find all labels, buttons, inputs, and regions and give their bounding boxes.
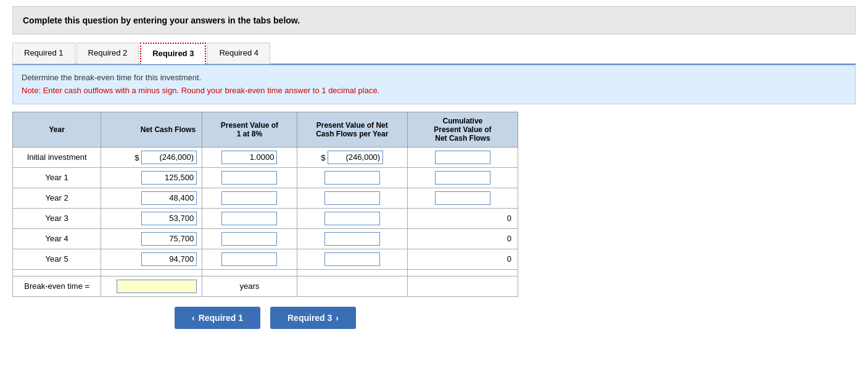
cell-pv1-3	[202, 208, 297, 228]
tab-required1[interactable]: Required 1	[12, 43, 75, 64]
input-ncf-5[interactable]	[141, 252, 197, 266]
break-even-years-cell: years	[202, 276, 297, 296]
cell-ncf-initial: $	[101, 147, 202, 167]
cell-ncf-3	[101, 208, 202, 228]
input-pvnet-5[interactable]	[324, 252, 380, 266]
button-row: ‹ Required 1 Required 3 ›	[12, 307, 518, 329]
table-row: Year 3 0	[13, 208, 518, 228]
break-even-label: Break-even time =	[13, 276, 101, 296]
cell-cumul-2	[407, 188, 518, 208]
break-even-input-cell	[101, 276, 202, 296]
cell-year-3: Year 3	[13, 208, 101, 228]
prev-button[interactable]: ‹ Required 1	[175, 307, 260, 329]
cell-cumul-4: 0	[407, 228, 518, 249]
header-pvnet: Present Value of NetCash Flows per Year	[297, 112, 407, 147]
input-pv1-4[interactable]	[221, 232, 277, 246]
cell-pvnet-4	[297, 228, 407, 249]
note-banner: Determine the break-even time for this i…	[12, 65, 856, 104]
header-ncf: Net Cash Flows	[101, 112, 202, 147]
tab-required4[interactable]: Required 4	[207, 43, 270, 64]
cell-pv1-4	[202, 228, 297, 249]
input-pvnet-4[interactable]	[324, 232, 380, 246]
input-pv1-2[interactable]	[221, 191, 277, 205]
cell-pv1-2	[202, 188, 297, 208]
prev-arrow-icon: ‹	[192, 313, 195, 323]
table-row-empty	[13, 269, 518, 276]
cell-cumul-5: 0	[407, 249, 518, 269]
cell-cumul-initial	[407, 147, 518, 167]
cell-year-initial: Initial investment	[13, 147, 101, 167]
cell-pvnet-2	[297, 188, 407, 208]
input-pv1-1[interactable]	[221, 171, 277, 185]
input-pv1-5[interactable]	[221, 252, 277, 266]
cell-ncf-4	[101, 228, 202, 249]
table-row: Year 4 0	[13, 228, 518, 249]
note-line1: Determine the break-even time for this i…	[22, 72, 846, 85]
input-cumul-initial[interactable]	[435, 151, 490, 164]
input-pv1-initial[interactable]	[221, 151, 277, 164]
table-wrapper: Year Net Cash Flows Present Value of1 at…	[12, 112, 856, 297]
header-cumul: CumulativePresent Value ofNet Cash Flows	[407, 112, 518, 147]
input-ncf-4[interactable]	[141, 232, 197, 246]
main-table: Year Net Cash Flows Present Value of1 at…	[12, 112, 518, 297]
next-arrow-icon: ›	[336, 313, 339, 323]
table-row: Initial investment $ $	[13, 147, 518, 167]
years-label: years	[239, 281, 259, 291]
prev-button-label: Required 1	[199, 313, 243, 323]
break-even-input[interactable]	[117, 280, 197, 293]
cell-pvnet-initial: $	[297, 147, 407, 167]
input-ncf-3[interactable]	[141, 212, 197, 225]
cell-pv1-5	[202, 249, 297, 269]
cell-pv1-initial	[202, 147, 297, 167]
header-year: Year	[13, 112, 101, 147]
cell-pv1-1	[202, 167, 297, 188]
cell-ncf-2	[101, 188, 202, 208]
table-row: Year 5 0	[13, 249, 518, 269]
cell-cumul-3: 0	[407, 208, 518, 228]
cell-year-2: Year 2	[13, 188, 101, 208]
input-pvnet-3[interactable]	[324, 212, 380, 225]
input-ncf-initial[interactable]	[141, 151, 197, 164]
header-pv1: Present Value of1 at 8%	[202, 112, 297, 147]
next-button[interactable]: Required 3 ›	[270, 307, 356, 329]
input-ncf-2[interactable]	[141, 191, 197, 205]
instruction-banner: Complete this question by entering your …	[12, 6, 856, 35]
cell-pvnet-5	[297, 249, 407, 269]
break-even-row: Break-even time = years	[13, 276, 518, 296]
input-pvnet-initial[interactable]	[328, 151, 383, 164]
cell-cumul-1	[407, 167, 518, 188]
note-line2: Note: Enter cash outflows with a minus s…	[22, 85, 846, 98]
table-row: Year 1	[13, 167, 518, 188]
next-button-label: Required 3	[287, 313, 332, 323]
table-row: Year 2	[13, 188, 518, 208]
cell-ncf-5	[101, 249, 202, 269]
input-pvnet-1[interactable]	[324, 171, 380, 185]
input-ncf-1[interactable]	[141, 171, 197, 185]
input-pv1-3[interactable]	[221, 212, 277, 225]
tab-required3[interactable]: Required 3	[140, 43, 206, 64]
cell-year-4: Year 4	[13, 228, 101, 249]
cell-year-5: Year 5	[13, 249, 101, 269]
cell-year-1: Year 1	[13, 167, 101, 188]
tab-required2[interactable]: Required 2	[76, 43, 139, 64]
input-pvnet-2[interactable]	[324, 191, 380, 205]
cell-ncf-1	[101, 167, 202, 188]
cell-pvnet-1	[297, 167, 407, 188]
cell-pvnet-3	[297, 208, 407, 228]
input-cumul-1[interactable]	[435, 171, 490, 185]
instruction-text: Complete this question by entering your …	[23, 15, 300, 25]
tabs-row: Required 1 Required 2 Required 3 Require…	[12, 42, 856, 65]
input-cumul-2[interactable]	[435, 191, 490, 205]
